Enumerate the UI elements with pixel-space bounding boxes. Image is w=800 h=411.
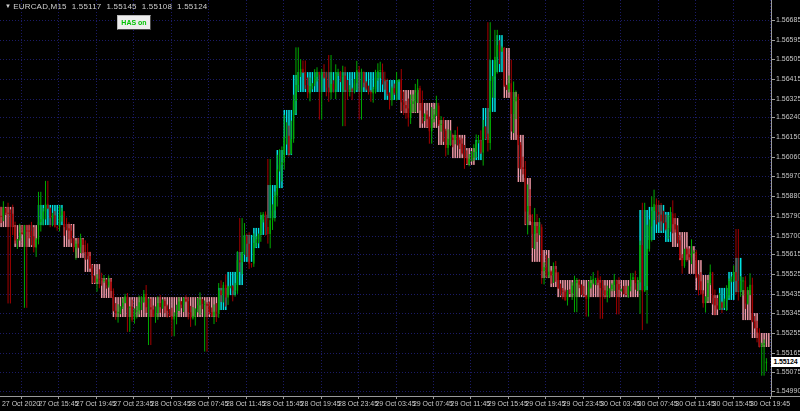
time-tick-label: 30 Oct 15:45 — [713, 399, 753, 408]
chart-window: ▼EURCAD,M151.551171.551451.551081.55124 … — [0, 0, 800, 411]
time-tick-label: 29 Oct 03:45 — [375, 399, 415, 408]
price-tick-label: 1.56150 — [776, 133, 800, 141]
price-tick-label: 1.55165 — [776, 349, 800, 357]
time-tick-label: 27 Oct 19:45 — [76, 399, 116, 408]
time-tick-label: 29 Oct 15:45 — [488, 399, 528, 408]
price-tick-label: 1.55075 — [776, 368, 800, 376]
time-tick-label: 28 Oct 19:45 — [301, 399, 341, 408]
ohlc-high-value: 1.55145 — [106, 2, 136, 11]
price-tick-label: 1.55255 — [776, 329, 800, 337]
price-tick-label: 1.55700 — [776, 232, 800, 240]
time-tick-label: 29 Oct 07:45 — [413, 399, 453, 408]
price-tick-label: 1.55435 — [776, 290, 800, 298]
symbol-timeframe-label: EURCAD,M15 — [13, 2, 67, 11]
price-tick-label: 1.56415 — [776, 75, 800, 83]
time-tick-label: 29 Oct 19:45 — [525, 399, 565, 408]
time-tick-label: 29 Oct 23:45 — [563, 399, 603, 408]
price-tick-label: 1.56325 — [776, 95, 800, 103]
price-tick-label: 1.55880 — [776, 192, 800, 200]
has-toggle-button[interactable]: HAS on — [117, 15, 151, 30]
chart-title: ▼EURCAD,M151.551171.551451.551081.55124 — [5, 2, 212, 12]
price-tick-label: 1.56240 — [776, 113, 800, 121]
time-tick-label: 28 Oct 07:45 — [188, 399, 228, 408]
time-tick-label: 27 Oct 15:45 — [38, 399, 78, 408]
time-tick-label: 29 Oct 11:45 — [451, 399, 491, 408]
price-tick-label: 1.54990 — [776, 387, 800, 395]
price-tick-label: 1.56685 — [776, 16, 800, 24]
price-tick-label: 1.55970 — [776, 172, 800, 180]
price-tick-label: 1.55525 — [776, 270, 800, 278]
chevron-down-icon[interactable]: ▼ — [5, 3, 11, 9]
time-tick-label: 30 Oct 11:45 — [675, 399, 715, 408]
price-tick-label: 1.56505 — [776, 55, 800, 63]
price-tick-label: 1.56060 — [776, 153, 800, 161]
ohlc-low-value: 1.55108 — [142, 2, 172, 11]
time-tick-label: 30 Oct 19:45 — [750, 399, 790, 408]
current-price-tag: 1.55124 — [771, 357, 800, 367]
price-tick-label: 1.55615 — [776, 250, 800, 258]
time-tick-label: 30 Oct 07:45 — [638, 399, 678, 408]
time-tick-label: 27 Oct 23:45 — [113, 399, 153, 408]
price-tick-label: 1.56595 — [776, 36, 800, 44]
price-tick-label: 1.55345 — [776, 309, 800, 317]
ohlc-open-value: 1.55117 — [72, 2, 102, 11]
time-tick-label: 28 Oct 03:45 — [151, 399, 191, 408]
price-tick-label: 1.55790 — [776, 212, 800, 220]
time-tick-label: 28 Oct 15:45 — [263, 399, 303, 408]
time-tick-label: 27 Oct 2020 — [2, 399, 40, 408]
price-chart-canvas[interactable] — [0, 0, 800, 411]
time-tick-label: 28 Oct 23:45 — [338, 399, 378, 408]
ohlc-close-value: 1.55124 — [177, 2, 207, 11]
time-tick-label: 28 Oct 11:45 — [226, 399, 266, 408]
time-tick-label: 30 Oct 03:45 — [600, 399, 640, 408]
